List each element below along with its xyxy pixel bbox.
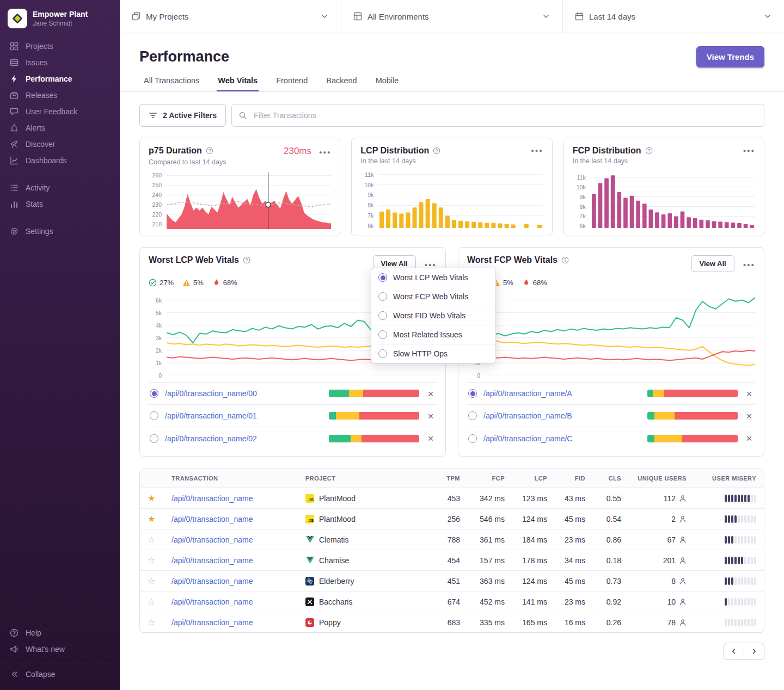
sidebar-item-help[interactable]: Help <box>0 625 120 641</box>
transaction-link[interactable]: /api/0/transaction_name <box>171 618 253 627</box>
transaction-link[interactable]: /api/0/transaction_name <box>171 535 253 544</box>
column-header-fid[interactable]: FID <box>555 469 593 488</box>
org-switcher[interactable]: Empower Plant Jane Schmidt <box>0 0 120 38</box>
info-icon[interactable] <box>433 147 440 155</box>
transaction-link[interactable]: /api/0/transaction_name/A <box>483 389 572 398</box>
active-filters-button[interactable]: 2 Active Filters <box>139 104 226 127</box>
cls-value: 0.26 <box>593 612 629 633</box>
sidebar-item-collapse[interactable]: Collapse <box>0 663 120 682</box>
project-name[interactable]: PlantMood <box>319 494 356 503</box>
close-icon[interactable]: × <box>744 433 754 443</box>
column-header-project[interactable]: PROJECT <box>298 469 434 488</box>
project-name[interactable]: Poppy <box>319 618 341 627</box>
star-toggle[interactable]: ☆ <box>148 556 155 565</box>
transaction-link[interactable]: /api/0/transaction_name <box>171 494 253 503</box>
card-menu-button[interactable]: ●●● <box>743 146 755 153</box>
project-name[interactable]: Clematis <box>319 535 348 544</box>
transaction-link[interactable]: /api/0/transaction_name <box>171 577 253 586</box>
close-icon[interactable]: × <box>426 411 436 421</box>
dropdown-item-worst-fcp-web-vitals[interactable]: Worst FCP Web Vitals <box>371 287 495 306</box>
dropdown-item-worst-fid-web-vitals[interactable]: Worst FID Web Vitals <box>371 306 495 325</box>
star-toggle[interactable]: ☆ <box>148 618 155 627</box>
star-toggle[interactable]: ★ <box>148 514 155 523</box>
project-name[interactable]: Chamise <box>319 556 349 565</box>
transaction-link[interactable]: /api/0/transaction_name <box>171 556 253 565</box>
star-toggle[interactable]: ☆ <box>148 535 155 544</box>
sidebar-item-user-feedback[interactable]: User Feedback <box>0 103 120 120</box>
column-header-transaction[interactable]: TRANSACTION <box>164 469 298 488</box>
card-menu-button[interactable]: ●●● <box>319 147 331 155</box>
transaction-link[interactable]: /api/0/transaction_name/00 <box>165 389 257 398</box>
dropdown-item-worst-lcp-web-vitals[interactable]: Worst LCP Web Vitals <box>371 268 495 287</box>
sidebar-item-releases[interactable]: Releases <box>0 87 120 103</box>
transaction-link[interactable]: /api/0/transaction_name/02 <box>165 434 257 443</box>
radio-button[interactable] <box>468 389 477 398</box>
next-page-button[interactable] <box>744 643 764 660</box>
user-icon <box>679 536 687 544</box>
column-header-tpm[interactable]: TPM <box>434 469 468 488</box>
close-icon[interactable]: × <box>426 389 436 399</box>
sidebar-item-activity[interactable]: Activity <box>0 180 120 196</box>
transaction-link[interactable]: /api/0/transaction_name/01 <box>165 411 257 420</box>
radio-button[interactable] <box>150 411 158 420</box>
radio-button[interactable] <box>468 434 477 443</box>
close-icon[interactable]: × <box>426 433 436 443</box>
date-range-selector[interactable]: Last 14 days <box>563 0 784 33</box>
sidebar-item-performance[interactable]: Performance <box>0 71 120 87</box>
sidebar-item-alerts[interactable]: Alerts <box>0 120 120 136</box>
info-icon[interactable] <box>206 147 213 155</box>
project-name[interactable]: Baccharis <box>319 597 352 606</box>
radio-button[interactable] <box>150 389 158 398</box>
search-transactions-input[interactable] <box>231 104 764 127</box>
y-axis: 260250240230220210 <box>149 172 163 229</box>
project-name[interactable]: PlantMood <box>319 515 356 523</box>
discover-icon <box>10 140 19 149</box>
column-header-fcp[interactable]: FCP <box>468 469 512 488</box>
chevron-down-icon <box>320 12 329 21</box>
star-toggle[interactable]: ☆ <box>148 576 155 586</box>
transaction-link[interactable]: /api/0/transaction_name/B <box>483 411 572 420</box>
project-name[interactable]: Elderberry <box>319 577 354 586</box>
close-icon[interactable]: × <box>744 411 754 421</box>
sidebar-item-issues[interactable]: Issues <box>0 54 120 71</box>
card-menu-button[interactable]: ●●● <box>743 260 755 268</box>
column-header-unique-users[interactable]: UNIQUE USERS <box>629 469 694 488</box>
page-title: Performance <box>139 48 229 65</box>
tab-all-transactions[interactable]: All Transactions <box>143 76 200 91</box>
tab-frontend[interactable]: Frontend <box>275 76 309 91</box>
vitals-distribution-bar <box>329 412 419 420</box>
sidebar-item-settings[interactable]: Settings <box>0 223 120 239</box>
column-header-cls[interactable]: CLS <box>593 469 629 488</box>
dropdown-item-most-related-issues[interactable]: Most Related Issues <box>371 325 495 344</box>
view-all-button[interactable]: View All <box>691 255 734 272</box>
info-icon[interactable] <box>645 147 653 155</box>
star-toggle[interactable]: ★ <box>148 494 155 503</box>
sidebar-item-dashboards[interactable]: Dashboards <box>0 152 120 169</box>
transaction-link[interactable]: /api/0/transaction_name <box>171 597 253 606</box>
sidebar-item-what-s-new[interactable]: What's new <box>0 641 120 657</box>
sidebar-item-discover[interactable]: Discover <box>0 136 120 152</box>
tab-backend[interactable]: Backend <box>325 76 358 91</box>
dropdown-item-slow-http-ops[interactable]: Slow HTTP Ops <box>371 344 495 363</box>
sidebar-item-projects[interactable]: Projects <box>0 38 120 54</box>
info-icon[interactable] <box>561 256 569 264</box>
close-icon[interactable]: × <box>744 389 754 399</box>
info-icon[interactable] <box>243 256 250 264</box>
transaction-link[interactable]: /api/0/transaction_name <box>171 515 253 523</box>
radio-button[interactable] <box>150 434 158 443</box>
card-menu-button[interactable]: ●●● <box>425 260 437 268</box>
column-header-lcp[interactable]: LCP <box>512 469 555 488</box>
card-menu-button[interactable]: ●●● <box>531 146 543 153</box>
tab-web-vitals[interactable]: Web Vitals <box>217 76 259 91</box>
view-trends-button[interactable]: View Trends <box>696 46 764 67</box>
project-selector[interactable]: My Projects <box>120 0 341 33</box>
bar-segment <box>362 435 419 442</box>
tab-mobile[interactable]: Mobile <box>375 76 400 91</box>
prev-page-button[interactable] <box>724 643 744 660</box>
column-header-user-misery[interactable]: USER MISERY <box>694 469 764 488</box>
radio-button[interactable] <box>468 411 477 420</box>
transaction-link[interactable]: /api/0/transaction_name/C <box>483 434 572 443</box>
environment-selector[interactable]: All Environments <box>341 0 563 33</box>
star-toggle[interactable]: ☆ <box>148 597 155 606</box>
sidebar-item-stats[interactable]: Stats <box>0 196 120 212</box>
